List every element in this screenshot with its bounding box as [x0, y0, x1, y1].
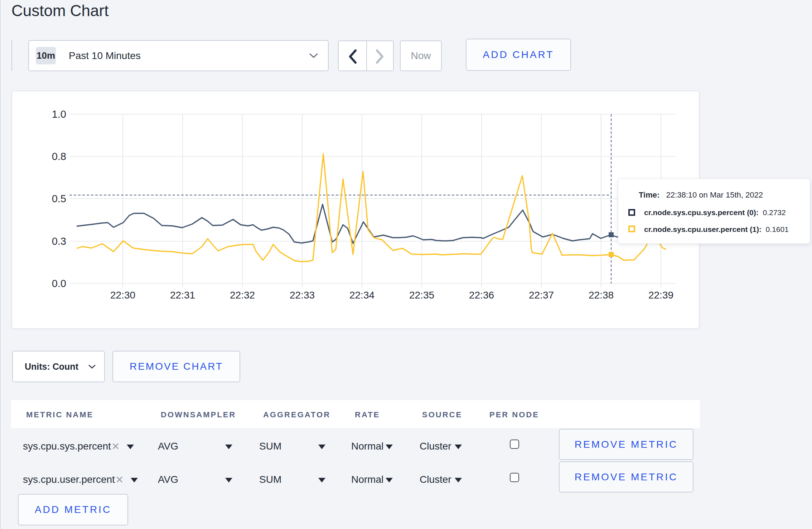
svg-text:22:34: 22:34 [349, 290, 374, 301]
svg-text:22:38: 22:38 [589, 290, 614, 301]
svg-text:22:39: 22:39 [648, 290, 673, 301]
svg-text:0.8: 0.8 [52, 151, 66, 162]
svg-text:22:32: 22:32 [230, 290, 255, 301]
svg-text:22:31: 22:31 [170, 290, 195, 301]
svg-text:22:33: 22:33 [290, 290, 315, 301]
svg-text:22:36: 22:36 [469, 290, 494, 301]
svg-text:0.5: 0.5 [52, 193, 66, 204]
svg-text:22:37: 22:37 [529, 290, 554, 301]
svg-text:0.3: 0.3 [52, 236, 66, 247]
svg-text:0.0: 0.0 [52, 278, 66, 289]
svg-text:22:35: 22:35 [409, 290, 434, 301]
svg-text:1.0: 1.0 [52, 108, 66, 120]
svg-text:22:30: 22:30 [110, 290, 135, 301]
